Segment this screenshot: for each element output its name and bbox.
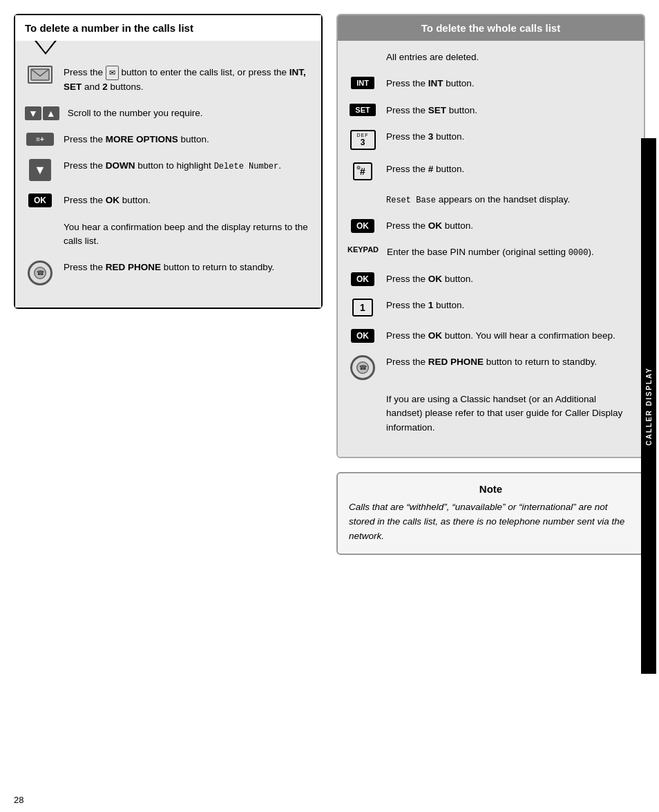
right-step-3-text: Press the SET button. <box>386 104 634 117</box>
more-options-icon-container: ≡+ <box>25 133 55 146</box>
note-title: Note <box>349 483 633 495</box>
right-step-1-text: All entries are deleted. <box>386 50 634 64</box>
set-btn-container: SET <box>347 104 378 116</box>
more-options-icon: ≡+ <box>26 133 54 146</box>
svg-text:☎: ☎ <box>359 364 367 371</box>
keypad-label: KEYPAD <box>347 245 379 254</box>
down-arrow-btn-icon: ▼ <box>29 159 51 181</box>
left-step-5: OK Press the OK button. <box>25 193 312 207</box>
right-step-12: ☎ Press the RED PHONE button to return t… <box>347 355 634 380</box>
phone-svg-right: ☎ <box>356 361 370 375</box>
left-panel: To delete a number in the calls list <box>14 14 323 798</box>
main-content: To delete a number in the calls list <box>14 14 645 798</box>
right-step-11: OK Press the OK button. You will hear a … <box>347 329 634 343</box>
def3-btn-container: DEF 3 <box>347 130 378 150</box>
hash-superscript: ⊙ <box>356 165 361 171</box>
right-step-10: 1 Press the 1 button. <box>347 299 634 317</box>
red-phone-icon-container-right: ☎ <box>347 355 378 380</box>
down-arrow-icon-container: ▼ <box>25 159 55 181</box>
red-phone-icon-left: ☎ <box>28 261 52 285</box>
right-step-9: OK Press the OK button. <box>347 272 634 286</box>
left-step-2-text: Scroll to the number you require. <box>68 106 312 120</box>
envelope-inline-icon: ✉ <box>106 66 119 80</box>
right-step-5-text: Press the # button. <box>386 162 634 176</box>
ok-icon-container-right-1: OK <box>347 219 378 233</box>
right-step-2: INT Press the INT button. <box>347 77 634 91</box>
left-panel-header: To delete a number in the calls list <box>15 15 321 41</box>
arrows-icon-container: ▼ ▲ <box>25 106 59 120</box>
callout-area <box>15 41 321 55</box>
note-text: Calls that are “withheld”, “unavailable”… <box>349 500 633 544</box>
def3-btn-icon: DEF 3 <box>350 130 376 150</box>
arrows-icon: ▼ ▲ <box>25 106 59 120</box>
right-step-3: SET Press the SET button. <box>347 104 634 117</box>
ok-icon-container-right-2: OK <box>347 272 378 286</box>
left-step-1-text: Press the ✉ button to enter the calls li… <box>64 66 312 94</box>
red-phone-icon-container-left: ☎ <box>25 261 55 285</box>
left-step-2: ▼ ▲ Scroll to the number you require. <box>25 106 312 120</box>
right-step-5: ⊙ # Press the # button. <box>347 162 634 180</box>
right-step-7-text: Press the OK button. <box>386 219 634 233</box>
right-step-8: KEYPAD Enter the base PIN number (origin… <box>347 245 634 259</box>
page-number: 28 <box>14 795 23 805</box>
hash-btn-icon: ⊙ # <box>353 162 372 180</box>
ok-btn-black-right-1: OK <box>351 219 374 233</box>
ok-btn-black-right-2: OK <box>351 272 374 286</box>
envelope-svg <box>30 68 50 81</box>
right-step-13-text: If you are using a Classic handset (or a… <box>386 393 634 435</box>
left-step-3-text: Press the MORE OPTIONS button. <box>64 133 312 147</box>
callout-arrow-inner <box>37 41 55 53</box>
int-btn-container: INT <box>347 77 378 89</box>
right-step-7: OK Press the OK button. <box>347 219 634 233</box>
ok-btn-black-1: OK <box>28 193 52 207</box>
right-step-2-text: Press the INT button. <box>386 77 634 91</box>
left-step-4-text: Press the DOWN button to highlight Delet… <box>64 159 312 173</box>
right-step-10-text: Press the 1 button. <box>386 299 634 312</box>
right-box-body: All entries are deleted. INT Press the I… <box>338 41 644 457</box>
right-step-1: All entries are deleted. <box>347 50 634 64</box>
set-btn-icon: SET <box>350 104 375 116</box>
num1-btn-container: 1 <box>347 299 378 317</box>
right-panel-header: To delete the whole calls list <box>338 15 644 41</box>
right-step-9-text: Press the OK button. <box>386 272 634 286</box>
right-step-6-text: Reset Base appears on the handset displa… <box>386 193 634 207</box>
right-panel: To delete the whole calls list All entri… <box>336 14 645 798</box>
right-step-4-text: Press the 3 button. <box>386 130 634 144</box>
ok-icon-container-left-1: OK <box>25 193 55 207</box>
caller-display-sidebar: CALLER DISPLAY <box>641 138 656 674</box>
down-arrow-icon: ▼ <box>25 106 41 120</box>
right-step-13: If you are using a Classic handset (or a… <box>347 393 634 435</box>
up-arrow-icon: ▲ <box>43 106 59 120</box>
right-step-8-text: Enter the base PIN number (original sett… <box>387 245 634 259</box>
right-step-11-text: Press the OK button. You will hear a con… <box>386 329 634 343</box>
hash-btn-container: ⊙ # <box>347 162 378 180</box>
left-box: To delete a number in the calls list <box>14 14 323 309</box>
left-step-6: You hear a confirmation beep and the dis… <box>25 220 312 249</box>
envelope-icon <box>28 66 52 84</box>
note-box: Note Calls that are “withheld”, “unavail… <box>336 472 645 555</box>
sidebar-label: CALLER DISPLAY <box>645 367 653 446</box>
left-step-6-text: You hear a confirmation beep and the dis… <box>64 220 312 249</box>
right-box: To delete the whole calls list All entri… <box>336 14 645 458</box>
int-btn-icon: INT <box>351 77 374 89</box>
svg-text:☎: ☎ <box>37 270 44 276</box>
keypad-icon-container: KEYPAD <box>347 245 379 254</box>
left-step-1: Press the ✉ button to enter the calls li… <box>25 66 312 94</box>
right-step-6: Reset Base appears on the handset displa… <box>347 193 634 207</box>
page-container: CALLER DISPLAY To delete a number in the… <box>0 0 659 812</box>
right-panel-title: To delete the whole calls list <box>421 22 560 34</box>
num1-btn-icon: 1 <box>352 299 373 317</box>
right-step-4: DEF 3 Press the 3 button. <box>347 130 634 150</box>
ok-btn-black-right-3: OK <box>351 329 374 343</box>
left-panel-title: To delete a number in the calls list <box>25 22 193 34</box>
envelope-icon-container <box>25 66 55 84</box>
left-step-4: ▼ Press the DOWN button to highlight Del… <box>25 159 312 181</box>
red-phone-icon-right: ☎ <box>350 355 375 380</box>
left-step-5-text: Press the OK button. <box>64 193 312 207</box>
def-text: DEF <box>357 133 369 138</box>
left-step-7-text: Press the RED PHONE button to return to … <box>64 261 312 274</box>
phone-svg-left: ☎ <box>33 266 47 280</box>
left-step-3: ≡+ Press the MORE OPTIONS button. <box>25 133 312 147</box>
right-step-12-text: Press the RED PHONE button to return to … <box>386 355 634 369</box>
ok-icon-container-right-3: OK <box>347 329 378 343</box>
